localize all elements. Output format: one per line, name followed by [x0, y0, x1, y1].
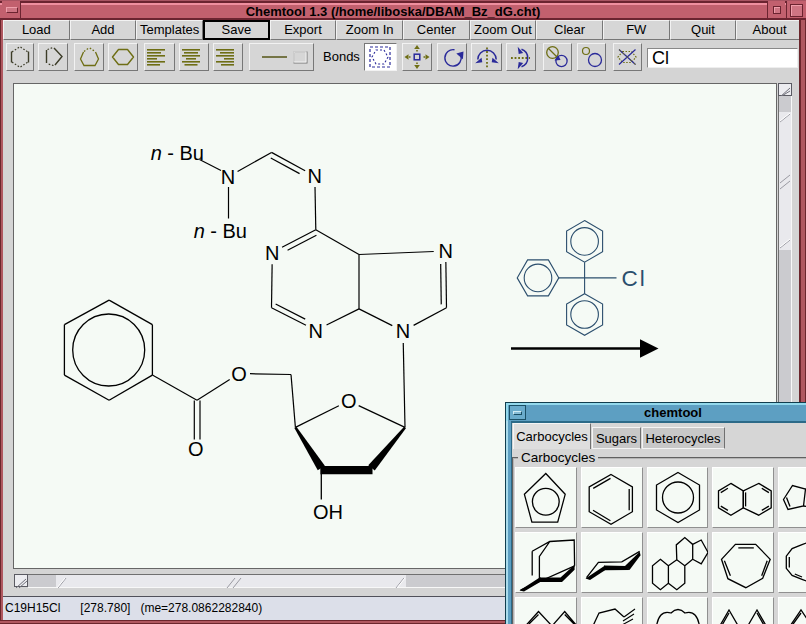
svg-text:N: N — [309, 320, 323, 342]
svg-text:n - Bu: n - Bu — [151, 142, 204, 164]
svg-text:O: O — [188, 438, 204, 460]
svg-text:O: O — [231, 363, 247, 385]
svg-text:n - Bu: n - Bu — [194, 220, 247, 242]
svg-text:N: N — [265, 242, 279, 264]
svg-text:OH: OH — [313, 501, 343, 523]
svg-text:N: N — [221, 166, 235, 188]
svg-text:Cl: Cl — [622, 266, 647, 291]
svg-text:N: N — [396, 320, 410, 342]
svg-text:N: N — [438, 240, 452, 262]
svg-text:O: O — [341, 390, 357, 412]
svg-text:N: N — [308, 165, 322, 187]
